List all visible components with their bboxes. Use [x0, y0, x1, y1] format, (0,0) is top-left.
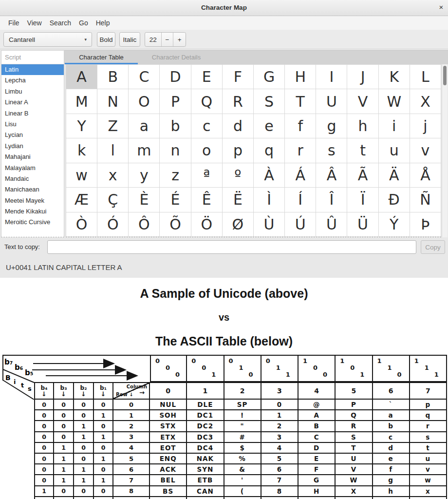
char-cell-R[interactable]: R — [223, 89, 254, 114]
sidebar-item-lydian[interactable]: Lydian — [1, 141, 64, 152]
char-cell-Ä[interactable]: Ä — [379, 163, 410, 188]
char-cell-Ô[interactable]: Ô — [129, 212, 160, 237]
char-cell-Ç[interactable]: Ç — [97, 188, 129, 212]
char-cell-j[interactable]: j — [410, 114, 441, 138]
grid-scrollbar[interactable] — [442, 64, 448, 237]
menu-search[interactable]: Search — [46, 19, 75, 27]
char-cell-ª[interactable]: ª — [191, 163, 223, 188]
font-size-value[interactable]: 22 — [145, 33, 162, 46]
char-cell-o[interactable]: o — [191, 138, 223, 163]
char-cell-q[interactable]: q — [254, 138, 285, 163]
char-cell-Ë[interactable]: Ë — [223, 188, 254, 212]
sidebar-item-mandaic[interactable]: Mandaic — [1, 173, 64, 184]
char-cell-v[interactable]: v — [410, 138, 441, 163]
sidebar-item-linear-b[interactable]: Linear B — [1, 108, 64, 119]
tab-character-details[interactable]: Character Details — [138, 51, 215, 63]
char-cell-M[interactable]: M — [66, 89, 97, 114]
char-cell-Û[interactable]: Û — [316, 212, 347, 237]
menu-go[interactable]: Go — [75, 19, 92, 27]
char-cell-Å[interactable]: Å — [410, 163, 441, 188]
decrease-size-button[interactable]: − — [162, 33, 174, 46]
char-cell-p[interactable]: p — [223, 138, 254, 163]
sidebar-item-lisu[interactable]: Lisu — [1, 119, 64, 130]
char-cell-r[interactable]: r — [285, 138, 316, 163]
char-cell-U[interactable]: U — [316, 89, 347, 114]
char-cell-D[interactable]: D — [160, 65, 191, 89]
char-cell-s[interactable]: s — [316, 138, 347, 163]
char-cell-É[interactable]: É — [160, 188, 191, 212]
char-cell-Ê[interactable]: Ê — [191, 188, 223, 212]
char-cell-Ï[interactable]: Ï — [347, 188, 378, 212]
char-cell-Y[interactable]: Y — [66, 114, 97, 138]
char-cell-y[interactable]: y — [129, 163, 160, 188]
char-cell-J[interactable]: J — [347, 65, 378, 89]
char-cell-Ý[interactable]: Ý — [379, 212, 410, 237]
char-cell-x[interactable]: x — [97, 163, 129, 188]
char-cell-Î[interactable]: Î — [316, 188, 347, 212]
char-cell-H[interactable]: H — [285, 65, 316, 89]
char-cell-L[interactable]: L — [410, 65, 441, 89]
char-cell-V[interactable]: V — [347, 89, 378, 114]
char-cell-Q[interactable]: Q — [191, 89, 223, 114]
sidebar-item-lycian[interactable]: Lycian — [1, 130, 64, 140]
sidebar-item-manichaean[interactable]: Manichaean — [1, 184, 64, 195]
char-cell-À[interactable]: À — [254, 163, 285, 188]
char-cell-w[interactable]: w — [66, 163, 97, 188]
char-cell-E[interactable]: E — [191, 65, 223, 89]
sidebar-item-meroitic-cursive[interactable]: Meroitic Cursive — [1, 217, 64, 228]
menu-help[interactable]: Help — [92, 19, 114, 27]
increase-size-button[interactable]: + — [173, 33, 186, 46]
char-cell-Ü[interactable]: Ü — [347, 212, 378, 237]
char-cell-n[interactable]: n — [160, 138, 191, 163]
sidebar-item-linear-a[interactable]: Linear A — [1, 97, 64, 108]
grid-scrollbar-thumb[interactable] — [443, 66, 447, 85]
char-cell-S[interactable]: S — [254, 89, 285, 114]
char-cell-C[interactable]: C — [129, 65, 160, 89]
char-cell-Â[interactable]: Â — [316, 163, 347, 188]
sidebar-item-meetei-mayek[interactable]: Meetei Mayek — [1, 195, 64, 206]
char-cell-Æ[interactable]: Æ — [66, 188, 97, 212]
char-cell-z[interactable]: z — [160, 163, 191, 188]
char-cell-b[interactable]: b — [160, 114, 191, 138]
char-cell-Ã[interactable]: Ã — [347, 163, 378, 188]
char-cell-X[interactable]: X — [410, 89, 441, 114]
sidebar-item-mahajani[interactable]: Mahajani — [1, 152, 64, 162]
char-cell-Ó[interactable]: Ó — [97, 212, 129, 237]
bold-button[interactable]: Bold — [97, 32, 115, 47]
char-cell-k[interactable]: k — [66, 138, 97, 163]
char-cell-A[interactable]: A — [66, 65, 97, 89]
char-cell-t[interactable]: t — [347, 138, 378, 163]
char-cell-O[interactable]: O — [129, 89, 160, 114]
close-icon[interactable]: × — [436, 3, 446, 13]
sidebar-item-limbu[interactable]: Limbu — [1, 86, 64, 97]
sidebar-item-latin[interactable]: Latin — [1, 64, 64, 75]
char-cell-Z[interactable]: Z — [97, 114, 129, 138]
char-cell-Ø[interactable]: Ø — [223, 212, 254, 237]
italic-button[interactable]: Italic — [119, 32, 140, 47]
char-cell-º[interactable]: º — [223, 163, 254, 188]
char-cell-Ú[interactable]: Ú — [285, 212, 316, 237]
char-cell-c[interactable]: c — [191, 114, 223, 138]
menu-view[interactable]: View — [23, 19, 46, 27]
menu-file[interactable]: File — [4, 19, 23, 27]
char-cell-Ù[interactable]: Ù — [254, 212, 285, 237]
sidebar-item-malayalam[interactable]: Malayalam — [1, 163, 64, 173]
char-cell-m[interactable]: m — [129, 138, 160, 163]
char-cell-G[interactable]: G — [254, 65, 285, 89]
char-cell-T[interactable]: T — [285, 89, 316, 114]
char-cell-K[interactable]: K — [379, 65, 410, 89]
char-cell-e[interactable]: e — [254, 114, 285, 138]
char-cell-Í[interactable]: Í — [285, 188, 316, 212]
tab-character-table[interactable]: Character Table — [65, 51, 138, 63]
sidebar-item-mende-kikakui[interactable]: Mende Kikakui — [1, 206, 64, 217]
sidebar-item-lepcha[interactable]: Lepcha — [1, 75, 64, 86]
char-cell-i[interactable]: i — [379, 114, 410, 138]
char-cell-l[interactable]: l — [97, 138, 129, 163]
char-cell-Ð[interactable]: Ð — [379, 188, 410, 212]
char-cell-u[interactable]: u — [379, 138, 410, 163]
char-cell-Ò[interactable]: Ò — [66, 212, 97, 237]
char-cell-F[interactable]: F — [223, 65, 254, 89]
copy-button[interactable]: Copy — [421, 240, 445, 254]
char-cell-B[interactable]: B — [97, 65, 129, 89]
text-to-copy-input[interactable] — [47, 240, 416, 254]
